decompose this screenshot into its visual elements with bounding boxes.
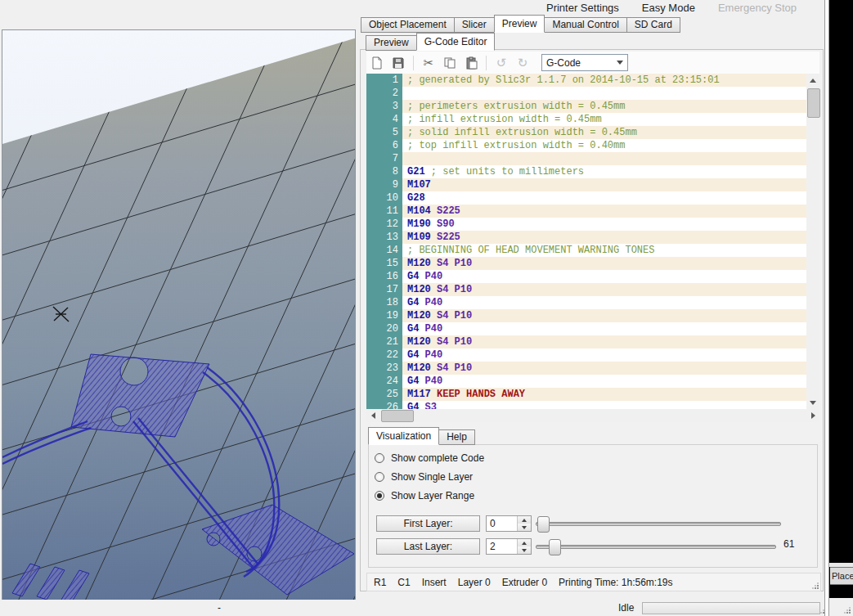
last-layer-up-button[interactable] bbox=[518, 539, 531, 546]
horizontal-scrollbar[interactable] bbox=[366, 409, 819, 422]
new-file-button[interactable] bbox=[367, 54, 387, 72]
code-line: 19M120 S4 P10 bbox=[366, 309, 806, 322]
code-text: G4 P40 bbox=[402, 348, 442, 362]
last-layer-button[interactable]: Last Layer: bbox=[376, 538, 480, 555]
scroll-left-button[interactable] bbox=[366, 409, 379, 422]
editor-toolbar: ✂ ↺ ↻ G-Code bbox=[366, 52, 819, 74]
menu-item-easy-mode[interactable]: Easy Mode bbox=[642, 2, 695, 14]
line-number: 7 bbox=[366, 152, 402, 165]
radio-icon[interactable] bbox=[375, 453, 384, 463]
undo-button[interactable]: ↺ bbox=[492, 54, 511, 72]
copy-button[interactable] bbox=[440, 54, 460, 72]
code-text: M120 S4 P10 bbox=[402, 257, 472, 270]
code-line: 20G4 P40 bbox=[366, 322, 806, 335]
code-text: M109 S225 bbox=[402, 231, 460, 244]
arrow-left-icon bbox=[371, 412, 375, 419]
panel-resize-grip[interactable] bbox=[810, 581, 819, 590]
option-show-complete-code[interactable]: Show complete Code bbox=[375, 448, 484, 467]
option-show-single-layer[interactable]: Show Single Layer bbox=[375, 467, 484, 486]
viz-tab-help[interactable]: Help bbox=[438, 429, 475, 445]
first-layer-spinner[interactable]: 0 bbox=[486, 515, 532, 532]
line-number: 13 bbox=[366, 231, 402, 244]
gcode-editor[interactable]: 1; generated by Slic3r 1.1.7 on 2014-10-… bbox=[366, 74, 806, 409]
scroll-right-button[interactable] bbox=[806, 409, 819, 422]
arrow-right-icon bbox=[811, 412, 815, 419]
code-token: ; solid infill extrusion width = 0.45mm bbox=[407, 127, 637, 138]
tab-sd-card[interactable]: SD Card bbox=[626, 17, 680, 33]
menu-item-emergency-stop[interactable]: Emergency Stop bbox=[718, 2, 797, 14]
code-line: 2 bbox=[366, 87, 806, 100]
menu-item-printer-settings[interactable]: Printer Settings bbox=[546, 2, 619, 14]
radio-icon[interactable] bbox=[375, 491, 384, 501]
code-line: 7 bbox=[366, 152, 806, 165]
background-window-grip[interactable] bbox=[842, 605, 851, 614]
cut-icon: ✂ bbox=[424, 56, 434, 69]
first-layer-slider[interactable] bbox=[536, 515, 781, 532]
save-button[interactable] bbox=[388, 54, 408, 72]
scroll-up-button[interactable] bbox=[806, 74, 819, 87]
code-token: G4 bbox=[407, 271, 425, 282]
code-text: G4 P40 bbox=[402, 375, 442, 388]
code-token: G4 bbox=[407, 297, 425, 308]
viz-tab-visualization[interactable]: Visualization bbox=[368, 427, 439, 445]
vertical-scroll-thumb[interactable] bbox=[807, 88, 820, 118]
code-token: P40 bbox=[425, 375, 443, 387]
radio-icon[interactable] bbox=[375, 472, 384, 482]
slider-track[interactable] bbox=[536, 545, 776, 549]
cut-button[interactable]: ✂ bbox=[419, 54, 438, 72]
last-layer-down-button[interactable] bbox=[518, 546, 531, 554]
code-line: 12M190 S90 bbox=[366, 218, 806, 231]
horizontal-scroll-thumb[interactable] bbox=[381, 410, 414, 422]
redo-button[interactable]: ↻ bbox=[513, 54, 532, 72]
first-layer-up-button[interactable] bbox=[518, 516, 531, 524]
scroll-down-button[interactable] bbox=[806, 396, 819, 409]
code-token: G4 bbox=[407, 349, 425, 361]
vertical-scrollbar[interactable] bbox=[806, 74, 819, 409]
last-layer-spinner[interactable]: 2 bbox=[486, 538, 532, 555]
tab-object-placement[interactable]: Object Placement bbox=[361, 17, 455, 33]
tab-slicer[interactable]: Slicer bbox=[454, 17, 495, 33]
radio-label: Show Layer Range bbox=[391, 490, 474, 501]
code-text bbox=[402, 152, 407, 165]
status-item: Layer 0 bbox=[458, 577, 491, 588]
undo-icon: ↺ bbox=[496, 56, 507, 69]
option-show-layer-range[interactable]: Show Layer Range bbox=[375, 486, 484, 505]
viewport-3d[interactable] bbox=[2, 29, 356, 601]
line-number: 2 bbox=[366, 87, 402, 100]
last-layer-slider-thumb[interactable] bbox=[549, 539, 561, 555]
first-layer-value: 0 bbox=[487, 516, 517, 531]
menu-bar: Printer SettingsEasy ModeEmergency Stop bbox=[0, 0, 824, 15]
code-token: ; top infill extrusion width = 0.40mm bbox=[407, 140, 625, 151]
spinner-down-icon bbox=[522, 526, 527, 529]
code-token: S90 bbox=[437, 218, 455, 230]
line-number: 24 bbox=[366, 375, 402, 388]
code-line: 10G28 bbox=[366, 191, 806, 205]
code-token: ; set units to millimeters bbox=[431, 166, 584, 178]
code-token: M120 bbox=[407, 362, 437, 374]
code-line: 1; generated by Slic3r 1.1.7 on 2014-10-… bbox=[366, 74, 806, 87]
code-token: M120 bbox=[407, 258, 437, 269]
last-layer-slider[interactable] bbox=[536, 538, 776, 555]
code-token: G4 bbox=[407, 323, 425, 335]
code-text: G4 S3 bbox=[402, 401, 437, 409]
gcode-type-select[interactable]: G-Code bbox=[541, 54, 628, 71]
code-token: S3 bbox=[425, 402, 437, 409]
editor-tab-g-code-editor[interactable]: G-Code Editor bbox=[416, 33, 496, 51]
status-item: Extruder 0 bbox=[502, 577, 547, 588]
redo-icon: ↻ bbox=[518, 56, 528, 69]
printer-state-label: Idle bbox=[618, 602, 634, 614]
code-token: S4 P10 bbox=[437, 284, 472, 295]
tab-preview[interactable]: Preview bbox=[494, 15, 545, 33]
first-layer-slider-thumb[interactable] bbox=[537, 516, 550, 533]
editor-tab-preview[interactable]: Preview bbox=[366, 35, 417, 51]
code-text: ; BEGINNING OF HEAD MOVEMENT WARNING TON… bbox=[402, 244, 654, 257]
slider-track[interactable] bbox=[536, 522, 781, 526]
tab-manual-control[interactable]: Manual Control bbox=[544, 17, 626, 33]
code-token: S225 bbox=[437, 205, 460, 217]
first-layer-button[interactable]: First Layer: bbox=[376, 515, 480, 532]
paste-button[interactable] bbox=[461, 54, 481, 72]
gcode-type-value: G-Code bbox=[542, 57, 617, 69]
background-window-place-button[interactable]: Place bbox=[830, 567, 853, 585]
first-layer-down-button[interactable] bbox=[518, 524, 531, 531]
code-text: M120 S4 P10 bbox=[402, 335, 472, 348]
